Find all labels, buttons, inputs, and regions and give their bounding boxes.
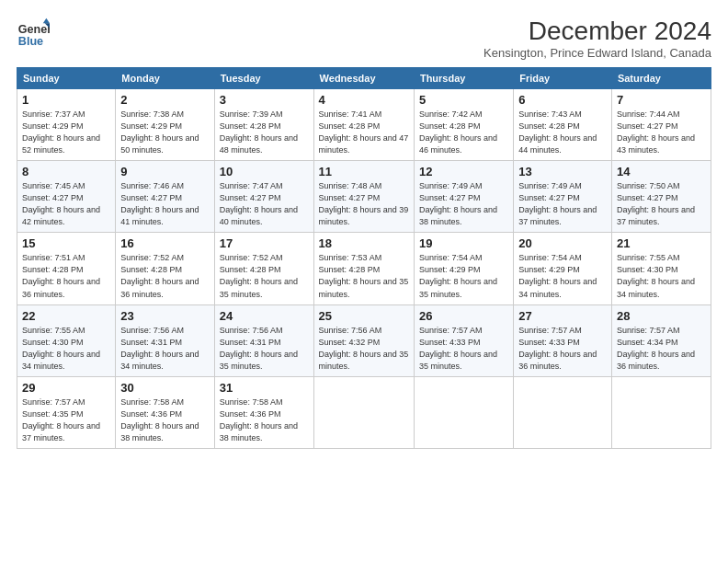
day-detail: Sunrise: 7:58 AMSunset: 4:36 PMDaylight:… bbox=[120, 397, 199, 442]
day-number: 2 bbox=[120, 93, 210, 107]
day-detail: Sunrise: 7:55 AMSunset: 4:30 PMDaylight:… bbox=[22, 326, 100, 371]
day-number: 22 bbox=[22, 309, 110, 323]
day-number: 5 bbox=[419, 93, 508, 107]
header-saturday: Saturday bbox=[611, 68, 711, 89]
calendar-cell: 5 Sunrise: 7:42 AMSunset: 4:28 PMDayligh… bbox=[414, 89, 513, 161]
header: General Blue December 2024 Kensington, P… bbox=[17, 17, 711, 60]
day-number: 10 bbox=[220, 165, 309, 178]
day-detail: Sunrise: 7:57 AMSunset: 4:35 PMDaylight:… bbox=[22, 397, 100, 442]
day-detail: Sunrise: 7:49 AMSunset: 4:27 PMDaylight:… bbox=[518, 181, 597, 226]
day-detail: Sunrise: 7:45 AMSunset: 4:27 PMDaylight:… bbox=[22, 181, 100, 226]
subtitle: Kensington, Prince Edward Island, Canada bbox=[483, 46, 711, 60]
day-detail: Sunrise: 7:49 AMSunset: 4:27 PMDaylight:… bbox=[419, 181, 497, 226]
calendar-week-1: 1 Sunrise: 7:37 AMSunset: 4:29 PMDayligh… bbox=[17, 89, 711, 161]
day-number: 26 bbox=[419, 309, 508, 323]
day-detail: Sunrise: 7:56 AMSunset: 4:31 PMDaylight:… bbox=[220, 326, 298, 371]
calendar-cell: 14 Sunrise: 7:50 AMSunset: 4:27 PMDaylig… bbox=[611, 161, 711, 233]
calendar-cell: 22 Sunrise: 7:55 AMSunset: 4:30 PMDaylig… bbox=[17, 304, 116, 376]
calendar-cell: 1 Sunrise: 7:37 AMSunset: 4:29 PMDayligh… bbox=[17, 89, 116, 161]
calendar-cell: 10 Sunrise: 7:47 AMSunset: 4:27 PMDaylig… bbox=[214, 161, 313, 233]
day-number: 1 bbox=[22, 93, 110, 107]
day-number: 15 bbox=[22, 236, 110, 250]
header-wednesday: Wednesday bbox=[313, 68, 414, 89]
day-number: 7 bbox=[617, 93, 706, 107]
calendar-cell: 27 Sunrise: 7:57 AMSunset: 4:33 PMDaylig… bbox=[514, 304, 612, 376]
day-number: 21 bbox=[617, 236, 706, 250]
day-number: 19 bbox=[419, 236, 508, 250]
day-detail: Sunrise: 7:46 AMSunset: 4:27 PMDaylight:… bbox=[120, 181, 199, 226]
day-number: 8 bbox=[22, 165, 110, 178]
day-detail: Sunrise: 7:52 AMSunset: 4:28 PMDaylight:… bbox=[220, 253, 298, 298]
logo-icon: General Blue bbox=[17, 17, 50, 50]
day-detail: Sunrise: 7:39 AMSunset: 4:28 PMDaylight:… bbox=[220, 109, 298, 155]
day-number: 3 bbox=[220, 93, 309, 107]
day-detail: Sunrise: 7:56 AMSunset: 4:32 PMDaylight:… bbox=[319, 326, 409, 371]
day-detail: Sunrise: 7:57 AMSunset: 4:34 PMDaylight:… bbox=[617, 326, 695, 371]
calendar-cell: 11 Sunrise: 7:48 AMSunset: 4:27 PMDaylig… bbox=[313, 161, 414, 233]
day-detail: Sunrise: 7:41 AMSunset: 4:28 PMDaylight:… bbox=[319, 109, 409, 155]
calendar-cell: 8 Sunrise: 7:45 AMSunset: 4:27 PMDayligh… bbox=[17, 161, 116, 233]
day-number: 18 bbox=[319, 236, 409, 250]
calendar-cell: 24 Sunrise: 7:56 AMSunset: 4:31 PMDaylig… bbox=[214, 304, 313, 376]
main-title: December 2024 bbox=[483, 17, 711, 46]
calendar-cell: 12 Sunrise: 7:49 AMSunset: 4:27 PMDaylig… bbox=[414, 161, 513, 233]
day-detail: Sunrise: 7:57 AMSunset: 4:33 PMDaylight:… bbox=[518, 326, 597, 371]
day-number: 27 bbox=[518, 309, 607, 323]
day-number: 24 bbox=[220, 309, 309, 323]
day-detail: Sunrise: 7:38 AMSunset: 4:29 PMDaylight:… bbox=[120, 109, 199, 155]
calendar-week-4: 22 Sunrise: 7:55 AMSunset: 4:30 PMDaylig… bbox=[17, 304, 711, 376]
header-tuesday: Tuesday bbox=[214, 68, 313, 89]
day-number: 9 bbox=[120, 165, 210, 178]
day-detail: Sunrise: 7:54 AMSunset: 4:29 PMDaylight:… bbox=[419, 253, 497, 298]
calendar-week-3: 15 Sunrise: 7:51 AMSunset: 4:28 PMDaylig… bbox=[17, 233, 711, 304]
calendar-cell: 9 Sunrise: 7:46 AMSunset: 4:27 PMDayligh… bbox=[116, 161, 215, 233]
page: General Blue December 2024 Kensington, P… bbox=[0, 0, 728, 563]
day-number: 28 bbox=[617, 309, 706, 323]
calendar-cell: 16 Sunrise: 7:52 AMSunset: 4:28 PMDaylig… bbox=[116, 233, 215, 304]
calendar-cell: 7 Sunrise: 7:44 AMSunset: 4:27 PMDayligh… bbox=[611, 89, 711, 161]
day-detail: Sunrise: 7:57 AMSunset: 4:33 PMDaylight:… bbox=[419, 326, 497, 371]
calendar-table: Sunday Monday Tuesday Wednesday Thursday… bbox=[17, 67, 711, 449]
day-detail: Sunrise: 7:53 AMSunset: 4:28 PMDaylight:… bbox=[319, 253, 409, 298]
day-detail: Sunrise: 7:43 AMSunset: 4:28 PMDaylight:… bbox=[518, 109, 597, 155]
logo: General Blue bbox=[17, 17, 50, 50]
calendar-cell: 25 Sunrise: 7:56 AMSunset: 4:32 PMDaylig… bbox=[313, 304, 414, 376]
day-number: 12 bbox=[419, 165, 508, 178]
calendar-cell: 2 Sunrise: 7:38 AMSunset: 4:29 PMDayligh… bbox=[116, 89, 215, 161]
header-thursday: Thursday bbox=[414, 68, 513, 89]
calendar-cell bbox=[611, 376, 711, 448]
day-detail: Sunrise: 7:55 AMSunset: 4:30 PMDaylight:… bbox=[617, 253, 695, 298]
day-detail: Sunrise: 7:37 AMSunset: 4:29 PMDaylight:… bbox=[22, 109, 100, 155]
day-detail: Sunrise: 7:56 AMSunset: 4:31 PMDaylight:… bbox=[120, 326, 199, 371]
day-detail: Sunrise: 7:44 AMSunset: 4:27 PMDaylight:… bbox=[617, 109, 695, 155]
day-number: 4 bbox=[319, 93, 409, 107]
day-number: 20 bbox=[518, 236, 607, 250]
svg-marker-2 bbox=[43, 18, 50, 23]
calendar-week-5: 29 Sunrise: 7:57 AMSunset: 4:35 PMDaylig… bbox=[17, 376, 711, 448]
day-number: 30 bbox=[120, 381, 210, 395]
calendar-cell: 30 Sunrise: 7:58 AMSunset: 4:36 PMDaylig… bbox=[116, 376, 215, 448]
calendar-cell: 23 Sunrise: 7:56 AMSunset: 4:31 PMDaylig… bbox=[116, 304, 215, 376]
title-section: December 2024 Kensington, Prince Edward … bbox=[483, 17, 711, 60]
calendar-cell: 13 Sunrise: 7:49 AMSunset: 4:27 PMDaylig… bbox=[514, 161, 612, 233]
day-detail: Sunrise: 7:47 AMSunset: 4:27 PMDaylight:… bbox=[220, 181, 298, 226]
svg-text:Blue: Blue bbox=[18, 35, 43, 48]
calendar-cell bbox=[313, 376, 414, 448]
calendar-cell: 3 Sunrise: 7:39 AMSunset: 4:28 PMDayligh… bbox=[214, 89, 313, 161]
day-detail: Sunrise: 7:58 AMSunset: 4:36 PMDaylight:… bbox=[220, 397, 298, 442]
day-detail: Sunrise: 7:50 AMSunset: 4:27 PMDaylight:… bbox=[617, 181, 695, 226]
header-sunday: Sunday bbox=[17, 68, 116, 89]
day-detail: Sunrise: 7:51 AMSunset: 4:28 PMDaylight:… bbox=[22, 253, 100, 298]
calendar-cell: 29 Sunrise: 7:57 AMSunset: 4:35 PMDaylig… bbox=[17, 376, 116, 448]
day-number: 13 bbox=[518, 165, 607, 178]
day-detail: Sunrise: 7:54 AMSunset: 4:29 PMDaylight:… bbox=[518, 253, 597, 298]
calendar-cell: 17 Sunrise: 7:52 AMSunset: 4:28 PMDaylig… bbox=[214, 233, 313, 304]
calendar-cell: 26 Sunrise: 7:57 AMSunset: 4:33 PMDaylig… bbox=[414, 304, 513, 376]
day-number: 16 bbox=[120, 236, 210, 250]
calendar-cell: 28 Sunrise: 7:57 AMSunset: 4:34 PMDaylig… bbox=[611, 304, 711, 376]
header-monday: Monday bbox=[116, 68, 215, 89]
day-number: 6 bbox=[518, 93, 607, 107]
day-number: 23 bbox=[120, 309, 210, 323]
calendar-cell: 4 Sunrise: 7:41 AMSunset: 4:28 PMDayligh… bbox=[313, 89, 414, 161]
header-friday: Friday bbox=[514, 68, 612, 89]
